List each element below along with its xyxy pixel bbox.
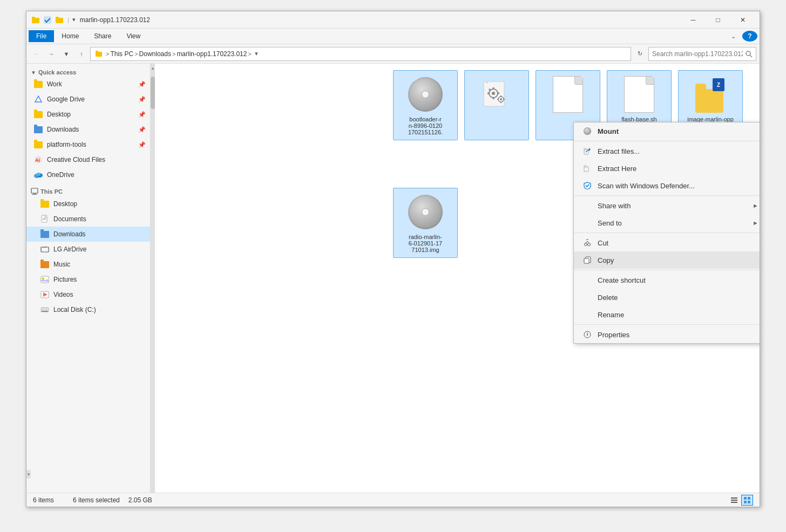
quick-access-header[interactable]: ▼ Quick access [26, 66, 150, 77]
sidebar-item-local-disk[interactable]: Local Disk (C:) [26, 302, 150, 317]
svg-rect-63 [731, 500, 737, 501]
close-button[interactable]: ✕ [730, 11, 755, 29]
nav-forward-button[interactable]: → [45, 47, 58, 60]
ctx-send-to[interactable]: Send to ► [574, 214, 760, 231]
this-pc-header[interactable]: This PC [26, 185, 150, 196]
nav-dropdown-button[interactable]: ▼ [60, 47, 73, 60]
ctx-extract-here[interactable]: Extract Here [574, 160, 760, 177]
search-input[interactable] [652, 50, 743, 58]
tab-share[interactable]: Share [86, 30, 119, 42]
ctx-cut-icon [582, 238, 592, 248]
ctx-properties[interactable]: Properties [574, 326, 760, 343]
scroll-down-arrow[interactable]: ▼ [26, 470, 31, 479]
svg-rect-68 [748, 501, 750, 503]
ctx-extract-files[interactable]: Extract files... [574, 142, 760, 160]
path-this-pc[interactable]: This PC [110, 50, 133, 58]
view-buttons [728, 495, 753, 506]
sidebar-item-videos[interactable]: Videos [26, 287, 150, 302]
sidebar-item-work[interactable]: Work 📌 [26, 77, 150, 92]
path-sep3: > [172, 51, 175, 57]
sidebar-item-downloads-active[interactable]: Downloads [26, 227, 150, 242]
svg-rect-58 [584, 258, 589, 263]
documents-icon [39, 214, 50, 224]
path-sep4: > [248, 51, 251, 57]
svg-rect-44 [497, 99, 499, 100]
ctx-scan[interactable]: Scan with Windows Defender... [574, 177, 760, 194]
nav-refresh-button[interactable]: ↻ [633, 47, 646, 60]
ctx-sep-4 [574, 270, 760, 270]
tab-file[interactable]: File [29, 30, 54, 42]
svg-point-52 [585, 243, 587, 246]
svg-rect-42 [500, 96, 502, 97]
ctx-sep-1 [574, 141, 760, 141]
ctx-rename[interactable]: Rename [574, 306, 760, 323]
expand-icon[interactable]: ⌄ [731, 33, 736, 40]
path-expand-icon[interactable]: ▼ [254, 51, 259, 57]
sidebar-item-gdrive[interactable]: Google Drive 📌 [26, 92, 150, 107]
svg-rect-36 [493, 97, 494, 99]
svg-rect-16 [31, 188, 38, 193]
svg-rect-45 [504, 99, 505, 100]
ctx-extract-icon [582, 146, 592, 156]
scroll-thumb[interactable] [151, 77, 155, 109]
svg-point-41 [500, 98, 502, 100]
svg-rect-39 [489, 89, 491, 91]
svg-point-53 [588, 243, 591, 246]
minimize-button[interactable]: ─ [681, 11, 706, 29]
path-downloads[interactable]: Downloads [139, 50, 171, 58]
ctx-create-shortcut[interactable]: Create shortcut [574, 271, 760, 289]
svg-rect-29 [42, 311, 46, 312]
downloads-icon-active [39, 229, 50, 240]
gdrive-icon [33, 94, 44, 105]
path-folder[interactable]: marlin-opp1.170223.012 [177, 50, 247, 58]
svg-line-55 [587, 241, 589, 243]
sidebar-item-lg-airdrive[interactable]: LG AirDrive [26, 242, 150, 257]
airdrive-icon [39, 244, 50, 255]
view-large-icons-button[interactable] [741, 495, 753, 506]
quick-access-folder[interactable] [55, 15, 64, 25]
sidebar-item-desktop-pc[interactable]: Desktop [26, 196, 150, 212]
tab-home[interactable]: Home [54, 30, 86, 42]
svg-rect-4 [56, 17, 59, 18]
address-bar: ← → ▼ ↑ > This PC > Downloads > marlin-o… [26, 44, 760, 64]
scroll-up-arrow[interactable]: ▲ [151, 64, 155, 72]
sidebar-item-onedrive[interactable]: OneDrive [26, 167, 150, 182]
ctx-mount[interactable]: Mount [574, 122, 760, 140]
tab-view[interactable]: View [119, 30, 148, 42]
sidebar-item-music[interactable]: Music [26, 257, 150, 272]
quick-access-icon1[interactable] [31, 15, 40, 25]
pin-icon-work: 📌 [138, 81, 146, 88]
sidebar-item-downloads-pinned[interactable]: Downloads 📌 [26, 122, 150, 137]
status-selected-count: 6 items selected [73, 496, 120, 504]
sidebar-item-desktop[interactable]: Desktop 📌 [26, 107, 150, 122]
pictures-icon [39, 274, 50, 285]
status-bar: 6 items 6 items selected 2.05 GB [26, 493, 760, 507]
file-name-bootloader: bootloader-rn-8996-01201702151126. [408, 116, 443, 135]
ctx-cut[interactable]: Cut [574, 234, 760, 251]
file-name-config [496, 116, 497, 122]
music-icon [39, 259, 50, 270]
svg-rect-24 [41, 276, 49, 283]
sidebar-scrollbar[interactable]: ▲ ▼ [151, 64, 155, 493]
nav-up-button[interactable]: ↑ [75, 47, 88, 60]
help-button[interactable]: ? [742, 31, 757, 42]
sidebar-item-platform-tools[interactable]: platform-tools 📌 [26, 137, 150, 152]
quick-access-checkmark[interactable] [43, 15, 52, 25]
file-item-bootloader[interactable]: bootloader-rn-8996-01201702151126. [393, 70, 458, 140]
sidebar-item-pictures[interactable]: Pictures [26, 272, 150, 287]
sidebar-item-cc[interactable]: Ai Creative Cloud Files [26, 152, 150, 167]
ctx-copy[interactable]: Copy [574, 251, 760, 269]
nav-back-button[interactable]: ← [30, 47, 43, 60]
maximize-button[interactable]: □ [706, 11, 730, 29]
sidebar-item-documents[interactable]: Documents [26, 212, 150, 227]
ctx-share-with[interactable]: Share with ► [574, 197, 760, 214]
ctx-delete[interactable]: Delete [574, 289, 760, 306]
view-list-button[interactable] [728, 495, 740, 506]
address-path[interactable]: > This PC > Downloads > marlin-opp1.1702… [90, 47, 631, 61]
desktop-folder-icon [33, 109, 44, 120]
file-item-radio[interactable]: radio-marlin-6-012901-1771013.img [393, 188, 458, 258]
svg-rect-18 [32, 194, 37, 195]
search-box[interactable] [648, 47, 756, 61]
file-item-config[interactable] [464, 70, 529, 140]
ribbon: File Home Share View ⌄ ? [26, 29, 760, 44]
